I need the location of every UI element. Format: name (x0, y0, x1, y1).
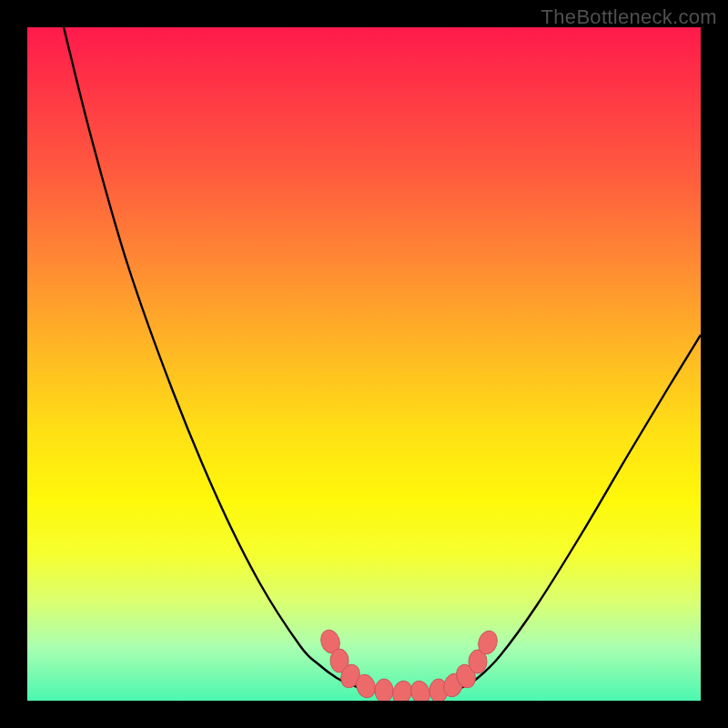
bottleneck-curve (27, 27, 701, 701)
curve-marker (375, 679, 393, 701)
plot-area (27, 27, 701, 701)
watermark-text: TheBottleneck.com (541, 5, 717, 29)
chart-frame: TheBottleneck.com (0, 0, 728, 728)
curve-path (64, 27, 701, 693)
curve-marker (408, 679, 432, 701)
